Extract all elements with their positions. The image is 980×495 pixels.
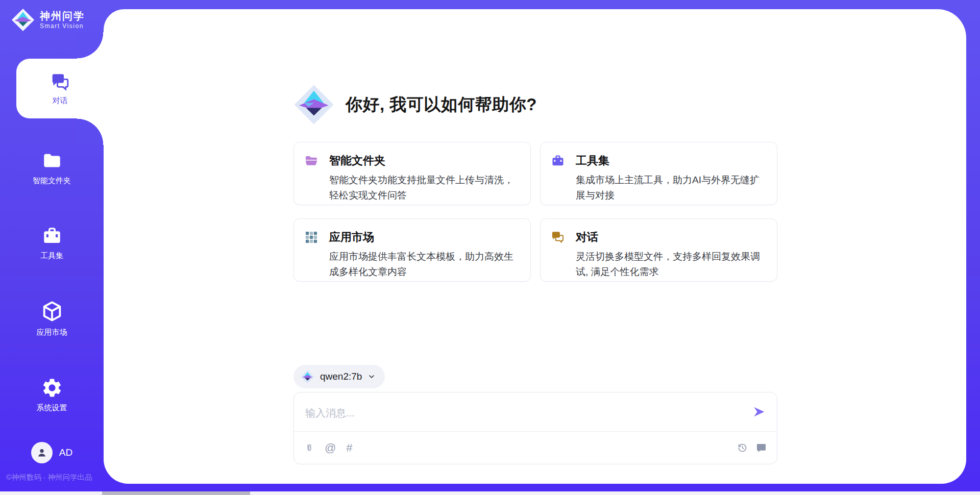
card-title: 应用市场	[329, 230, 374, 245]
sidebar-item-label: 系统设置	[37, 403, 67, 413]
sidebar-item-settings[interactable]: 系统设置	[0, 372, 104, 418]
card-description: 应用市场提供丰富长文本模板，助力高效生成多样化文章内容	[329, 249, 518, 280]
sidebar-item-smart-folder[interactable]: 智能文件夹	[0, 144, 104, 191]
brand-diamond-logo	[11, 8, 35, 32]
card-toolset[interactable]: 工具集 集成市场上主流工具，助力AI与外界无缝扩展与对接	[540, 142, 777, 205]
model-name: qwen2:7b	[320, 371, 362, 382]
model-selector[interactable]: qwen2:7b	[293, 365, 385, 388]
paperclip-icon	[304, 442, 314, 454]
feature-cards: 智能文件夹 智能文件夹功能支持批量文件上传与清洗，轻松实现文件问答 工具集 集	[293, 142, 777, 282]
card-description: 集成市场上主流工具，助力AI与外界无缝扩展与对接	[576, 172, 765, 203]
chat-icon	[551, 230, 565, 244]
card-chat[interactable]: 对话 灵活切换多模型文件，支持多样回复效果调试, 满足个性化需求	[540, 218, 777, 282]
avatar	[31, 442, 53, 463]
hashtag-button[interactable]: #	[346, 442, 352, 454]
greeting-block: 你好, 我可以如何帮助你?	[293, 84, 537, 125]
at-sign-icon: @	[325, 442, 336, 454]
card-title: 智能文件夹	[329, 153, 385, 168]
attachment-button[interactable]	[304, 442, 314, 454]
app-window: 你好, 我可以如何帮助你? 智能文件夹 智能文件夹功能支持批量文件上传与清洗，轻…	[0, 0, 980, 495]
brand-block: 神州问学 Smart Vision	[11, 8, 85, 32]
brand-diamond-logo	[293, 84, 334, 125]
sidebar-item-label: 应用市场	[37, 328, 67, 337]
send-button[interactable]	[752, 405, 766, 418]
speech-bubble-icon	[756, 442, 767, 453]
history-button[interactable]	[737, 442, 748, 453]
user-account[interactable]: AD	[0, 442, 104, 463]
folder-icon	[304, 154, 318, 168]
message-input[interactable]	[294, 394, 747, 430]
gear-icon	[41, 377, 63, 399]
chevron-down-icon	[368, 373, 376, 381]
toolbox-icon	[41, 225, 63, 246]
sidebar-item-app-market[interactable]: 应用市场	[0, 295, 104, 342]
mention-button[interactable]: @	[325, 442, 336, 454]
sidebar: 神州问学 Smart Vision 智能文件夹 工具集	[0, 0, 104, 491]
card-description: 灵活切换多模型文件，支持多样回复效果调试, 满足个性化需求	[576, 249, 765, 280]
grid-icon	[304, 230, 318, 244]
card-app-market[interactable]: 应用市场 应用市场提供丰富长文本模板，助力高效生成多样化文章内容	[293, 218, 531, 282]
main-content-panel: 你好, 我可以如何帮助你? 智能文件夹 智能文件夹功能支持批量文件上传与清洗，轻…	[104, 9, 966, 484]
user-initials: AD	[59, 447, 72, 458]
card-title: 工具集	[576, 153, 609, 168]
greeting-title: 你好, 我可以如何帮助你?	[346, 93, 537, 116]
card-title: 对话	[576, 230, 598, 245]
scrollbar-thumb[interactable]	[102, 491, 250, 495]
horizontal-scrollbar[interactable]	[0, 491, 980, 495]
card-description: 智能文件夹功能支持批量文件上传与清洗，轻松实现文件问答	[329, 172, 518, 203]
sidebar-item-label: 工具集	[40, 251, 63, 261]
model-diamond-icon	[301, 370, 314, 384]
cube-icon	[40, 300, 64, 323]
card-smart-folder[interactable]: 智能文件夹 智能文件夹功能支持批量文件上传与清洗，轻松实现文件问答	[293, 142, 531, 205]
history-clock-icon	[737, 442, 748, 453]
hash-icon: #	[346, 442, 352, 454]
conversation-button[interactable]	[756, 442, 767, 453]
sidebar-item-label: 智能文件夹	[33, 176, 71, 186]
message-composer: @ #	[293, 392, 777, 464]
brand-subtitle: Smart Vision	[40, 23, 85, 30]
brand-name: 神州问学	[40, 10, 85, 22]
folder-icon	[41, 150, 63, 171]
sidebar-item-toolset[interactable]: 工具集	[0, 219, 104, 266]
copyright-text: ©神州数码 · 神州问学出品	[6, 473, 92, 482]
toolbox-icon	[551, 154, 565, 168]
